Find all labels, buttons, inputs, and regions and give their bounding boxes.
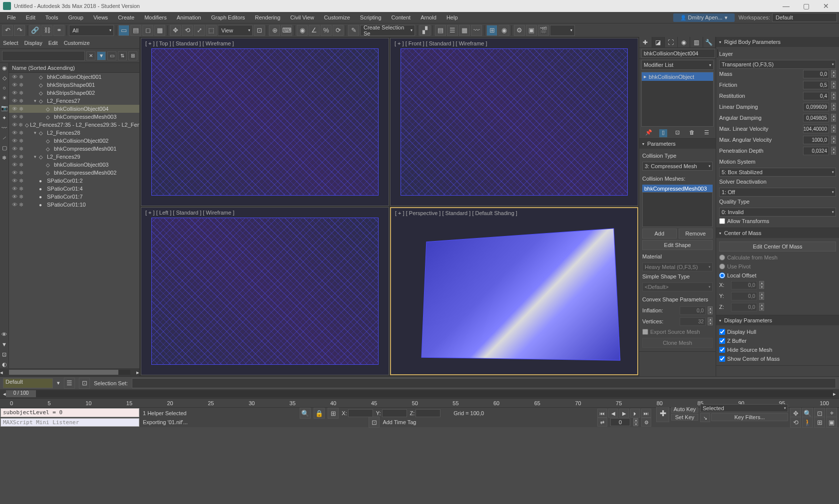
scene-tree[interactable]: Name (Sorted Ascending) 👁❄◇bhkCollisionO…: [9, 63, 139, 368]
time-slider[interactable]: ◂ 0 / 100 ▸: [0, 389, 839, 398]
create-tab[interactable]: ✚: [639, 37, 652, 47]
bind-button[interactable]: ⚭: [53, 25, 64, 36]
rigid-body-rollout[interactable]: Rigid Body Parameters: [716, 37, 839, 47]
restitution-spinner[interactable]: 0,4: [803, 92, 829, 100]
tree-header[interactable]: Name (Sorted Ascending): [9, 63, 139, 73]
percent-snap-button[interactable]: %: [321, 25, 332, 36]
friction-spinner[interactable]: 0,5: [803, 81, 829, 89]
tree-item[interactable]: 👁❄◇bhkCompressedMesh002: [9, 169, 139, 177]
menu-tools[interactable]: Tools: [40, 13, 63, 21]
show-com-checkbox[interactable]: [719, 356, 725, 362]
walk-button[interactable]: 🚶: [802, 417, 813, 428]
window-crossing-button[interactable]: ▦: [154, 25, 165, 36]
center-of-mass-rollout[interactable]: Center of Mass: [716, 228, 839, 238]
display-params-rollout[interactable]: Display Parameters: [716, 315, 839, 325]
scale-button[interactable]: ⤢: [194, 25, 205, 36]
filter-helper-icon[interactable]: ✦: [1, 115, 8, 122]
viewport-perspective[interactable]: [ + ] [ Perspective ] [ Standard ] [ Def…: [390, 207, 638, 375]
filter-camera-icon[interactable]: 📷: [1, 105, 8, 112]
curve-editor-button[interactable]: 〰: [471, 25, 482, 36]
filter-spacewarp-icon[interactable]: 〰: [1, 125, 8, 132]
display-hull-checkbox[interactable]: [719, 329, 725, 335]
pin-stack-button[interactable]: 📌: [645, 129, 653, 137]
align-button[interactable]: ▤: [435, 25, 446, 36]
menu-animation[interactable]: Animation: [172, 13, 206, 21]
explorer-hscroll[interactable]: ◂▸: [0, 368, 139, 376]
link-button[interactable]: 🔗: [29, 25, 40, 36]
mirror-button[interactable]: ▞: [420, 25, 430, 36]
tree-item[interactable]: 👁❄◇bhkCompressedMesh001: [9, 145, 139, 153]
editselset-button[interactable]: ✎: [348, 25, 359, 36]
filter-container-icon[interactable]: ▢: [1, 145, 8, 152]
tree-item[interactable]: 👁❄▾◇L2_Fences27: [9, 97, 139, 105]
modifier-list-dropdown[interactable]: Modifier List: [641, 60, 714, 70]
user-badge[interactable]: Dmitry Apen...▾: [673, 13, 735, 22]
max-toggle-button[interactable]: ▣: [826, 417, 837, 428]
filter-light-icon[interactable]: ☀: [1, 95, 8, 102]
zoom-all-button[interactable]: ⊞: [814, 417, 825, 428]
unique-button[interactable]: ⊡: [674, 129, 682, 137]
render-dropdown[interactable]: [550, 25, 575, 36]
config-button[interactable]: ⊞: [128, 51, 137, 60]
maxlinv-spinner[interactable]: 104,40000: [803, 125, 829, 133]
viewport-front-label[interactable]: [ + ] [ Front ] [ Standard ] [ Wireframe…: [395, 40, 487, 46]
menu-grapheditors[interactable]: Graph Editors: [206, 13, 250, 21]
maxangv-spinner[interactable]: 1000,0: [803, 136, 829, 144]
zbuffer-checkbox[interactable]: [719, 338, 725, 344]
material-editor-button[interactable]: ◉: [498, 25, 509, 36]
menu-customize[interactable]: Customize: [319, 13, 355, 21]
keyboard-button[interactable]: ⌨: [281, 25, 292, 36]
tree-item[interactable]: 👁❄◇bhkCollisionObject001: [9, 73, 139, 81]
tree-item[interactable]: 👁❄●SPatioCor01:10: [9, 201, 139, 209]
layer-set-input[interactable]: Default: [3, 378, 53, 388]
manipulate-button[interactable]: ⊕: [269, 25, 280, 36]
prev-frame-button[interactable]: ◀: [608, 409, 618, 418]
tree-item[interactable]: 👁❄◇bhkCollisionObject002: [9, 137, 139, 145]
placement-button[interactable]: ⬚: [206, 25, 217, 36]
filter-misc-icon[interactable]: ◐: [1, 361, 8, 368]
select-object-button[interactable]: ▭: [118, 25, 129, 36]
tree-item[interactable]: 👁❄▾◇L2_Fences28: [9, 129, 139, 137]
viewport-left-label[interactable]: [ + ] [ Left ] [ Standard ] [ Wireframe …: [145, 210, 234, 216]
menu-edit[interactable]: Edit: [21, 13, 40, 21]
tree-item[interactable]: 👁❄◇bhkCollisionObject004: [9, 105, 139, 113]
explorer-edit[interactable]: Edit: [48, 40, 58, 46]
filter-frozen-icon[interactable]: ❄: [1, 155, 8, 162]
angle-snap-button[interactable]: ∠: [309, 25, 320, 36]
viewport-left[interactable]: [ + ] [ Left ] [ Standard ] [ Wireframe …: [141, 207, 389, 375]
current-frame-input[interactable]: [610, 418, 630, 426]
add-mesh-button[interactable]: Add: [642, 229, 677, 239]
coord-y-input[interactable]: [382, 409, 407, 417]
quality-dropdown[interactable]: 0: Invalid: [719, 208, 836, 217]
render-button[interactable]: 🎬: [538, 25, 549, 36]
tree-item[interactable]: 👁❄◇bhkStripsShape001: [9, 81, 139, 89]
tree-item[interactable]: 👁❄◇bhkCollisionObject003: [9, 161, 139, 169]
move-button[interactable]: ✥: [170, 25, 181, 36]
remove-mod-button[interactable]: 🗑: [688, 129, 696, 137]
viewport-front[interactable]: [ + ] [ Front ] [ Standard ] [ Wireframe…: [390, 38, 638, 206]
menu-group[interactable]: Group: [63, 13, 88, 21]
tree-item[interactable]: 👁❄●SPatioCor01:4: [9, 185, 139, 193]
spinner-snap-button[interactable]: ⟳: [333, 25, 344, 36]
isolate-button[interactable]: 🔍: [300, 408, 311, 419]
time-thumb[interactable]: 0 / 100: [6, 390, 36, 397]
key-target-dropdown[interactable]: Selected: [700, 404, 788, 412]
refcoord-dropdown[interactable]: View: [218, 25, 253, 36]
time-tag-icon[interactable]: ⊡: [369, 417, 380, 428]
motion-tab[interactable]: ◉: [678, 37, 691, 47]
redo-button[interactable]: ↷: [14, 25, 25, 36]
viewport-top[interactable]: [ + ] [ Top ] [ Standard ] [ Wireframe ]: [141, 38, 389, 206]
add-time-tag[interactable]: Add Time Tag: [383, 419, 416, 425]
object-name-input[interactable]: [641, 49, 715, 58]
collision-mesh-item[interactable]: bhkCompressedMesh003: [642, 185, 713, 193]
menu-create[interactable]: Create: [113, 13, 139, 21]
viewport-top-label[interactable]: [ + ] [ Top ] [ Standard ] [ Wireframe ]: [145, 40, 234, 46]
selection-filter-dropdown[interactable]: All: [69, 25, 114, 36]
tree-item[interactable]: 👁❄◇bhkStripsShape002: [9, 89, 139, 97]
select-name-button[interactable]: ▤: [130, 25, 141, 36]
minimize-button[interactable]: —: [776, 2, 796, 10]
solver-dropdown[interactable]: 1: Off: [719, 188, 836, 197]
unlink-button[interactable]: ⛓: [41, 25, 52, 36]
tree-item[interactable]: 👁❄●SPatioCor01:7: [9, 193, 139, 201]
display-tab[interactable]: ▥: [690, 37, 703, 47]
